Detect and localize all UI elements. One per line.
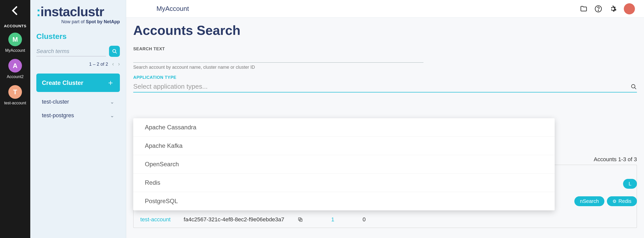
user-avatar[interactable] bbox=[624, 3, 635, 14]
pager-text: 1 – 2 of 2 bbox=[89, 62, 108, 67]
brand-tagline: Now part of Spot by NetApp bbox=[36, 19, 120, 25]
svg-point-0 bbox=[113, 50, 116, 53]
sidebar-search-input[interactable] bbox=[36, 46, 106, 56]
rail-account-test-account[interactable]: T test-account bbox=[4, 85, 26, 105]
create-cluster-label: Create Cluster bbox=[42, 79, 83, 86]
plus-icon: ＋ bbox=[107, 78, 114, 88]
chevron-down-icon: ⌄ bbox=[110, 99, 114, 105]
application-type-dropdown: Apache Cassandra Apache Kafka OpenSearch… bbox=[133, 118, 555, 210]
rail-section-label: ACCOUNTS bbox=[4, 24, 26, 28]
copy-icon[interactable] bbox=[298, 217, 303, 222]
account-name-link[interactable]: test-account bbox=[140, 216, 171, 223]
cluster-item[interactable]: test-cluster ⌄ bbox=[36, 95, 120, 109]
search-text-input[interactable] bbox=[133, 53, 423, 63]
cluster-item[interactable]: test-postgres ⌄ bbox=[36, 109, 120, 122]
svg-point-3 bbox=[598, 10, 599, 11]
pager-prev-icon[interactable]: ‹ bbox=[112, 61, 114, 67]
search-text-label: SEARCH TEXT bbox=[133, 46, 637, 52]
create-cluster-button[interactable]: Create Cluster ＋ bbox=[36, 74, 120, 92]
app-pill-partial: L bbox=[621, 179, 637, 189]
table-row: test-account fa4c2567-321c-4ef8-8ec2-f9e… bbox=[140, 216, 366, 223]
svg-line-5 bbox=[635, 87, 636, 89]
page-title: Accounts Search bbox=[133, 23, 637, 38]
app-pill[interactable]: L bbox=[623, 179, 637, 189]
chevron-down-icon: ⌄ bbox=[110, 112, 114, 118]
application-type-input[interactable] bbox=[133, 83, 630, 90]
topbar-icons bbox=[580, 3, 635, 14]
app-pill-opensearch[interactable]: nSearch bbox=[574, 196, 604, 206]
help-icon[interactable] bbox=[595, 5, 602, 13]
rail-account-name: test-account bbox=[4, 101, 26, 105]
back-chevron-icon[interactable] bbox=[10, 5, 21, 16]
rail-account-name: MyAccount bbox=[5, 48, 25, 53]
main-area: MyAccount Accounts Search SEARCH TEXT Se… bbox=[126, 0, 644, 238]
dropdown-option-opensearch[interactable]: OpenSearch bbox=[133, 155, 555, 174]
avatar: A bbox=[8, 59, 22, 73]
running-count: 0 bbox=[363, 216, 366, 223]
dropdown-option-kafka[interactable]: Apache Kafka bbox=[133, 137, 555, 155]
content: Accounts Search SEARCH TEXT Search accou… bbox=[126, 18, 644, 238]
sidebar: :instaclustr Now part of Spot by NetApp … bbox=[30, 0, 126, 238]
rail-account-name: Account2 bbox=[7, 75, 24, 79]
svg-line-1 bbox=[115, 52, 117, 53]
application-type-group: APPLICATION TYPE bbox=[133, 75, 637, 92]
application-type-label: APPLICATION TYPE bbox=[133, 75, 637, 80]
topbar-title: MyAccount bbox=[156, 5, 189, 13]
search-text-helper: Search account by account name, cluster … bbox=[133, 65, 637, 70]
account-id: fa4c2567-321c-4ef8-8ec2-f9e06ebde3a7 bbox=[184, 216, 284, 223]
sidebar-heading: Clusters bbox=[36, 32, 120, 41]
sidebar-search-row bbox=[36, 46, 120, 57]
app-pill-redis[interactable]: ⚙Redis bbox=[607, 196, 637, 206]
app-pill-row: nSearch ⚙Redis bbox=[572, 196, 637, 206]
avatar: T bbox=[8, 85, 22, 99]
accounts-rail: ACCOUNTS M MyAccount A Account2 T test-a… bbox=[0, 0, 30, 238]
sidebar-search-button[interactable] bbox=[109, 46, 120, 57]
gear-icon: ⚙ bbox=[612, 199, 616, 204]
search-icon[interactable] bbox=[630, 83, 637, 90]
brand-block: :instaclustr Now part of Spot by NetApp bbox=[36, 5, 120, 25]
topbar: MyAccount bbox=[126, 0, 644, 18]
rail-account-account2[interactable]: A Account2 bbox=[7, 59, 24, 79]
brand-logo: :instaclustr bbox=[36, 5, 120, 18]
dropdown-option-cassandra[interactable]: Apache Cassandra bbox=[133, 118, 555, 137]
rail-account-myaccount[interactable]: M MyAccount bbox=[5, 33, 25, 53]
cluster-name: test-cluster bbox=[42, 99, 69, 105]
sidebar-pager: 1 – 2 of 2 ‹ › bbox=[36, 61, 120, 67]
folder-icon[interactable] bbox=[580, 5, 587, 13]
application-type-select[interactable] bbox=[133, 81, 637, 92]
dropdown-option-redis[interactable]: Redis bbox=[133, 174, 555, 192]
dropdown-option-postgresql[interactable]: PostgreSQL bbox=[133, 192, 555, 210]
pager-next-icon[interactable]: › bbox=[118, 61, 120, 67]
cluster-name: test-postgres bbox=[42, 112, 74, 119]
avatar: M bbox=[8, 33, 22, 46]
search-text-group: SEARCH TEXT Search account by account na… bbox=[133, 46, 637, 70]
svg-point-4 bbox=[631, 84, 635, 88]
results-count: Accounts 1-3 of 3 bbox=[594, 156, 644, 163]
gear-icon[interactable] bbox=[609, 5, 617, 13]
clusters-count-link[interactable]: 1 bbox=[331, 216, 334, 223]
